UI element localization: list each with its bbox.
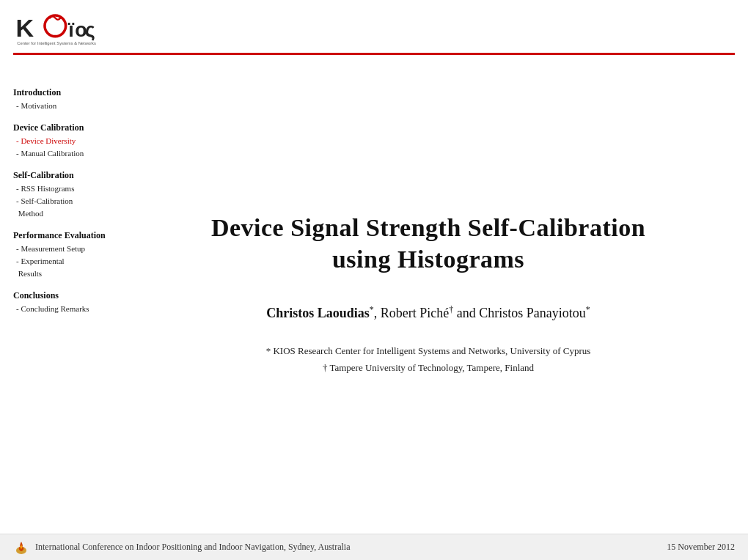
sidebar-section-performance[interactable]: Performance Evaluation — [13, 229, 114, 242]
footer: International Conference on Indoor Posit… — [0, 534, 748, 560]
svg-text:Center for Intelligent Systems: Center for Intelligent Systems & Network… — [17, 41, 96, 45]
slide-title: Device Signal Strength Self-Calibration … — [211, 213, 645, 275]
svg-text:K: K — [16, 14, 34, 42]
footer-conference: International Conference on Indoor Posit… — [35, 542, 350, 553]
footer-date: 15 November 2012 — [667, 542, 735, 553]
header-separator — [13, 53, 735, 55]
footer-left: International Conference on Indoor Posit… — [13, 539, 350, 556]
sidebar-item-experimental-results[interactable]: - Experimental Results — [13, 255, 114, 280]
sidebar-section-introduction[interactable]: Introduction — [13, 86, 114, 99]
svg-text:ς: ς — [85, 19, 95, 41]
sidebar-item-manual-calibration[interactable]: - Manual Calibration — [13, 147, 114, 160]
svg-text:ï: ï — [67, 19, 75, 41]
footer-logo-icon — [13, 539, 29, 556]
sidebar-section-device-calibration[interactable]: Device Calibration — [13, 121, 114, 134]
sidebar: Introduction - Motivation Device Calibra… — [0, 55, 123, 534]
slide-authors: Christos Laoudias*, Robert Piché† and Ch… — [266, 304, 590, 321]
sidebar-section-self-calibration[interactable]: Self-Calibration — [13, 169, 114, 182]
sidebar-item-measurement-setup[interactable]: - Measurement Setup — [13, 243, 114, 255]
logo-area: K ï o ς Center for Intelligent Systems &… — [13, 9, 101, 47]
sidebar-section-conclusions[interactable]: Conclusions — [13, 289, 114, 302]
header: K ï o ς Center for Intelligent Systems &… — [0, 0, 748, 53]
slide-content: Device Signal Strength Self-Calibration … — [123, 55, 748, 534]
slide-affiliations: * KIOS Research Center for Intelligent S… — [266, 343, 591, 375]
main-layout: Introduction - Motivation Device Calibra… — [0, 55, 748, 534]
sidebar-item-motivation[interactable]: - Motivation — [13, 100, 114, 112]
logo-icon: K ï o ς Center for Intelligent Systems &… — [13, 9, 101, 47]
sidebar-item-concluding-remarks[interactable]: - Concluding Remarks — [13, 303, 114, 315]
sidebar-item-device-diversity[interactable]: - Device Diversity — [13, 135, 114, 147]
sidebar-item-rss-histograms[interactable]: - RSS Histograms — [13, 183, 114, 195]
sidebar-item-self-calibration-method[interactable]: - Self-Calibration Method — [13, 195, 114, 220]
